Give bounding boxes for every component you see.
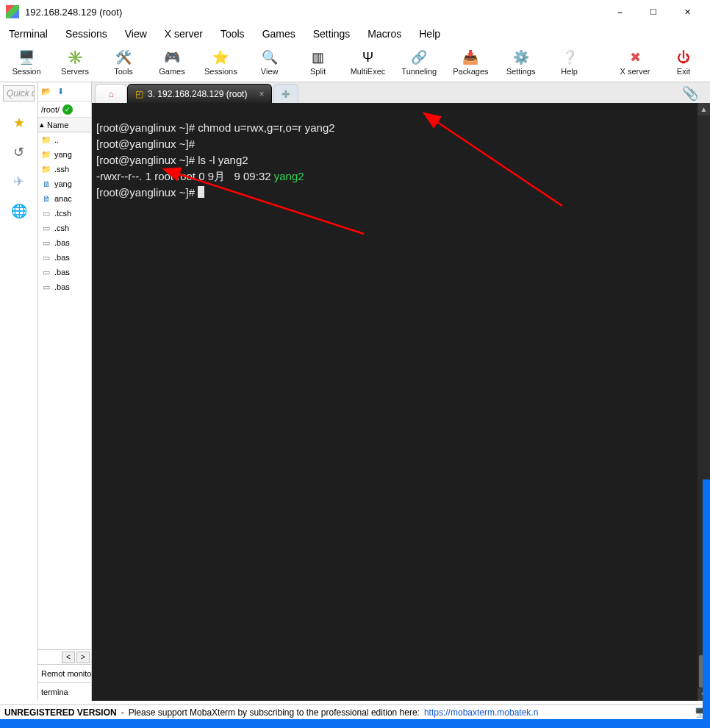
tunneling-icon: 🔗	[411, 49, 427, 65]
status-link[interactable]: https://mobaxterm.mobatek.n	[424, 707, 538, 718]
title-bar: 192.168.248.129 (root) ‒ ☐ ✕	[0, 0, 710, 24]
bottom-accent	[0, 719, 710, 728]
terminal-pane[interactable]: [root@yanglinux ~]# chmod u=rwx,g=r,o=r …	[92, 103, 710, 701]
terminal-cursor	[198, 186, 204, 198]
globe-icon[interactable]: 🌐	[11, 203, 27, 219]
menu-view[interactable]: View	[122, 26, 150, 41]
sort-icon: ▴	[40, 120, 44, 129]
workspace: Quick conne ★ ↺ ✈ 🌐 📂 ⬇ /root/ ✓ ▴ Name …	[0, 82, 710, 701]
settings-icon: ⚙️	[513, 49, 529, 65]
file-panel: 📂 ⬇ /root/ ✓ ▴ Name 📁.. 📁yang 📁.ssh 🗎yan…	[38, 82, 92, 701]
file-icon: ▭	[41, 282, 51, 292]
tool-games[interactable]: 🎮Games	[156, 49, 188, 76]
session-tab-icon: ◰	[135, 89, 143, 99]
list-item[interactable]: 📁yang	[38, 147, 91, 162]
games-icon: 🎮	[164, 49, 180, 65]
tab-add[interactable]: ✚	[273, 84, 298, 103]
xserver-icon: ✖	[627, 49, 643, 65]
menu-tools[interactable]: Tools	[218, 26, 248, 41]
sidebar-left: Quick conne ★ ↺ ✈ 🌐	[0, 82, 38, 701]
tool-settings[interactable]: ⚙️Settings	[505, 49, 537, 76]
list-item[interactable]: ▭.bas	[38, 265, 91, 279]
menu-xserver[interactable]: X server	[162, 26, 206, 41]
close-window-button[interactable]: ✕	[670, 0, 704, 24]
tool-session[interactable]: 🖥️Session	[10, 49, 43, 76]
tool-multiexec[interactable]: ΨMultiExec	[351, 49, 386, 76]
menu-sessions[interactable]: Sessions	[62, 26, 110, 41]
folder-icon: 📁	[41, 150, 51, 160]
tab-home[interactable]: ⌂	[95, 84, 127, 103]
path-text[interactable]: /root/	[41, 105, 60, 114]
file-icon: ▭	[41, 224, 51, 233]
history-icon[interactable]: ↺	[11, 144, 27, 160]
tab-session[interactable]: ◰ 3. 192.168.248.129 (root) ×	[127, 84, 272, 103]
header-name: Name	[47, 121, 68, 129]
menu-games[interactable]: Games	[259, 26, 298, 41]
app-icon	[6, 5, 19, 18]
menu-settings[interactable]: Settings	[310, 26, 354, 41]
tool-help[interactable]: ❔Help	[553, 49, 586, 76]
tools-icon: 🛠️	[115, 49, 132, 65]
tool-servers[interactable]: ✳️Servers	[59, 49, 91, 76]
right-accent	[703, 479, 710, 719]
plus-icon: ✚	[282, 88, 290, 100]
multiexec-icon: Ψ	[359, 49, 376, 65]
maximize-button[interactable]: ☐	[637, 0, 670, 24]
list-item[interactable]: 📁.ssh	[38, 162, 91, 176]
file-icon: ▭	[41, 253, 51, 263]
download-icon[interactable]: ⬇	[57, 87, 64, 96]
path-ok-icon: ✓	[62, 104, 73, 115]
file-list: 📁.. 📁yang 📁.ssh 🗎yang 🗎anac ▭.tcsh ▭.csh…	[38, 132, 91, 649]
menu-terminal[interactable]: Terminal	[6, 26, 51, 41]
tool-tools[interactable]: 🛠️Tools	[107, 49, 140, 76]
split-icon: ▥	[310, 49, 326, 65]
help-icon: ❔	[562, 49, 578, 65]
minimize-button[interactable]: ‒	[603, 0, 637, 24]
tool-tunneling[interactable]: 🔗Tunneling	[401, 49, 437, 76]
tool-packages[interactable]: 📥Packages	[453, 49, 488, 76]
send-icon[interactable]: ✈	[11, 174, 27, 190]
main-toolbar: 🖥️Session ✳️Servers 🛠️Tools 🎮Games ⭐Sess…	[0, 43, 710, 82]
attachment-icon[interactable]: 📎	[682, 85, 698, 101]
home-icon: ⌂	[108, 89, 113, 99]
tool-xserver[interactable]: ✖X server	[619, 49, 651, 76]
scroll-right-button[interactable]: >	[76, 652, 90, 663]
list-item[interactable]: ▭.tcsh	[38, 206, 91, 221]
status-message: Please support MobaXterm by subscribing …	[129, 707, 420, 718]
list-item[interactable]: ▭.bas	[38, 250, 91, 265]
folder-icon: 📁	[41, 165, 51, 174]
sessions-icon: ⭐	[212, 49, 229, 65]
favorites-icon[interactable]: ★	[11, 115, 27, 131]
file-scroll-buttons: < >	[38, 649, 91, 664]
status-bar: UNREGISTERED VERSION - Please support Mo…	[0, 704, 710, 719]
list-item[interactable]: 📁..	[38, 132, 91, 147]
list-item[interactable]: ▭.bas	[38, 279, 91, 294]
list-item[interactable]: ▭.bas	[38, 235, 91, 250]
folder-up-icon[interactable]: 📂	[41, 87, 51, 96]
servers-icon: ✳️	[67, 49, 83, 65]
file-icon: ▭	[41, 238, 51, 248]
menu-macros[interactable]: Macros	[365, 26, 404, 41]
tab-bar: ⌂ ◰ 3. 192.168.248.129 (root) × ✚ 📎	[92, 82, 710, 103]
session-icon: 🖥️	[18, 49, 35, 65]
list-item[interactable]: 🗎anac	[38, 191, 91, 206]
tab-close-icon[interactable]: ×	[259, 89, 264, 99]
tool-view[interactable]: 🔍View	[254, 49, 286, 76]
scroll-left-button[interactable]: <	[62, 652, 75, 663]
file-toolbar: 📂 ⬇	[38, 82, 91, 101]
tool-exit[interactable]: ⏻Exit	[667, 49, 700, 76]
tool-split[interactable]: ▥Split	[302, 49, 334, 76]
file-list-header[interactable]: ▴ Name	[38, 118, 91, 132]
scroll-up-icon[interactable]: ▲	[698, 103, 710, 115]
file-icon: 🗎	[41, 194, 51, 203]
file-icon: ▭	[41, 268, 51, 277]
quick-connect-input[interactable]: Quick conne	[3, 85, 35, 101]
follow-terminal-toggle[interactable]: termina	[38, 682, 91, 701]
menu-help[interactable]: Help	[416, 26, 443, 41]
remote-monitor-toggle[interactable]: Remot monitor	[38, 664, 91, 682]
menu-bar: Terminal Sessions View X server Tools Ga…	[0, 24, 710, 43]
list-item[interactable]: ▭.csh	[38, 221, 91, 235]
list-item[interactable]: 🗎yang	[38, 176, 91, 191]
window-title: 192.168.248.129 (root)	[25, 7, 603, 18]
tool-sessions[interactable]: ⭐Sessions	[204, 49, 237, 76]
